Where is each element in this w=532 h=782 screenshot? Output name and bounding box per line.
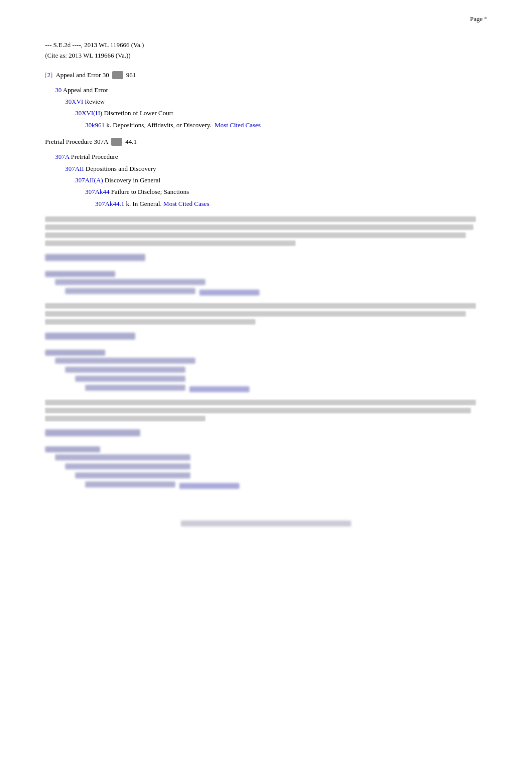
topic-label-2: Pretrial Procedure 307A (45, 138, 108, 146)
hier-level2-1: 30XVI Review (65, 96, 487, 107)
hier-level5-2: 307Ak44.1 k. In General. Most Cited Case… (95, 198, 487, 209)
topic-label-1: Appeal and Error 30 (56, 71, 109, 79)
blurred-section-3 (45, 429, 487, 436)
footer-blurred (45, 520, 487, 529)
key-number-1: 961 (126, 71, 136, 79)
page-number: Page ° (470, 15, 487, 23)
key-number-line-2: Pretrial Procedure 307A 44.1 (45, 138, 487, 146)
hier-level3-1: 30XVI(H) Discretion of Lower Court (75, 107, 487, 119)
hier-link-307AII[interactable]: 307AII (65, 165, 84, 172)
key-number-2: 44.1 (125, 138, 137, 146)
cite-line1: --- S.E.2d ----, 2013 WL 119666 (Va.) (45, 40, 487, 51)
blurred-link (189, 386, 249, 392)
key-ref-link-1[interactable]: [2] (45, 71, 53, 79)
cite-line2: (Cite as: 2013 WL 119666 (Va.)) (45, 51, 487, 61)
hier-level3-2: 307AII(A) Discovery in General (75, 174, 487, 186)
hier-link-307AIIA[interactable]: 307AII(A) (75, 176, 103, 184)
blurred-hier-3 (45, 446, 487, 490)
blurred-level (85, 481, 175, 487)
blurred-line (45, 311, 466, 317)
blurred-level (85, 385, 185, 391)
hier-link-307Ak441[interactable]: 307Ak44.1 (95, 200, 124, 207)
hier-link-30[interactable]: 30 (55, 86, 62, 94)
blurred-level (55, 454, 190, 460)
blurred-level (55, 358, 195, 364)
blurred-level (75, 472, 190, 478)
blurred-level (75, 376, 185, 382)
blurred-level (65, 367, 185, 373)
page-number-label: Page ° (470, 15, 487, 23)
blurred-line (45, 240, 296, 246)
hier-link-30XVI[interactable]: 30XVI (65, 98, 83, 105)
page-container: Page ° --- S.E.2d ----, 2013 WL 119666 (… (0, 0, 532, 559)
section-pretrial: Pretrial Procedure 307A 44.1 307A Pretri… (45, 138, 487, 209)
hier-level1-2: 307A Pretrial Procedure (55, 151, 487, 162)
blurred-line (45, 319, 255, 325)
hier-link-30k961[interactable]: 30k961 (85, 121, 105, 129)
blurred-section-2 (45, 333, 487, 340)
blurred-heading-1 (45, 254, 145, 261)
hier-link-307A[interactable]: 307A (55, 153, 69, 160)
hierarchy-2: 307A Pretrial Procedure 307AII Depositio… (45, 151, 487, 209)
most-cited-link-2[interactable]: Most Cited Cases (163, 200, 209, 207)
blurred-level (65, 288, 195, 294)
blurred-line (45, 303, 476, 309)
section-appeal-error: [2] Appeal and Error 30 961 30 Appeal an… (45, 71, 487, 131)
blurred-sub-2 (45, 350, 105, 356)
hier-level4-1: 30k961 k. Depositions, Affidavits, or Di… (85, 119, 487, 131)
blurred-line (45, 232, 466, 238)
key-number-line-1: [2] Appeal and Error 30 961 (45, 71, 487, 79)
most-cited-link-1[interactable]: Most Cited Cases (215, 121, 261, 129)
hier-level4-2: 307Ak44 Failure to Disclose; Sanctions (85, 186, 487, 197)
blurred-hier-1 (45, 271, 487, 297)
blurred-sub-1 (45, 271, 115, 277)
cite-header: --- S.E.2d ----, 2013 WL 119666 (Va.) (C… (45, 40, 487, 61)
blurred-section-1 (45, 254, 487, 261)
blurred-line (45, 224, 473, 230)
blurred-level (65, 463, 190, 469)
blurred-line (45, 216, 476, 222)
blurred-link (179, 483, 239, 489)
blurred-line (45, 408, 471, 413)
blurred-level (55, 279, 205, 285)
blurred-para-1 (45, 216, 487, 246)
hier-level1-1: 30 Appeal and Error (55, 84, 487, 96)
footer-bar (181, 520, 351, 527)
key-icon-1 (112, 71, 123, 79)
key-icon-2 (111, 138, 122, 146)
hier-level2-2: 307AII Depositions and Discovery (65, 163, 487, 174)
hier-link-307Ak44[interactable]: 307Ak44 (85, 188, 109, 195)
blurred-hier-2 (45, 350, 487, 394)
blurred-sub-3 (45, 446, 100, 452)
blurred-link (199, 290, 259, 296)
blurred-line (45, 400, 476, 405)
blurred-heading-2 (45, 333, 135, 340)
hier-link-30XVIH[interactable]: 30XVI(H) (75, 109, 102, 117)
blurred-para-3 (45, 400, 487, 421)
blurred-heading-3 (45, 429, 140, 436)
blurred-para-2 (45, 303, 487, 325)
hierarchy-1: 30 Appeal and Error 30XVI Review 30XVI(H… (45, 84, 487, 131)
blurred-line (45, 416, 205, 421)
